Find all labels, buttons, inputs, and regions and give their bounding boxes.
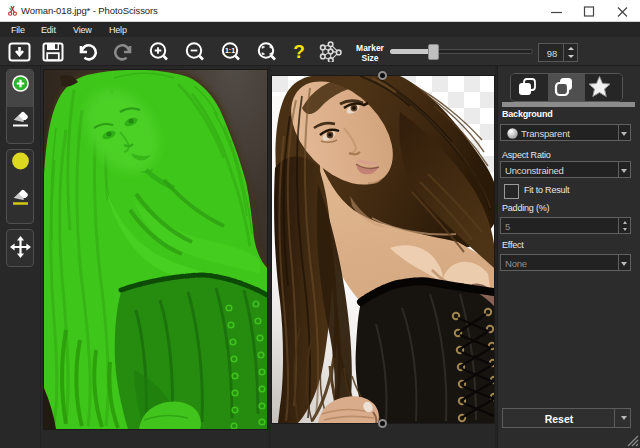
svg-text:?: ? xyxy=(293,41,305,62)
svg-text:1:1: 1:1 xyxy=(225,47,235,54)
